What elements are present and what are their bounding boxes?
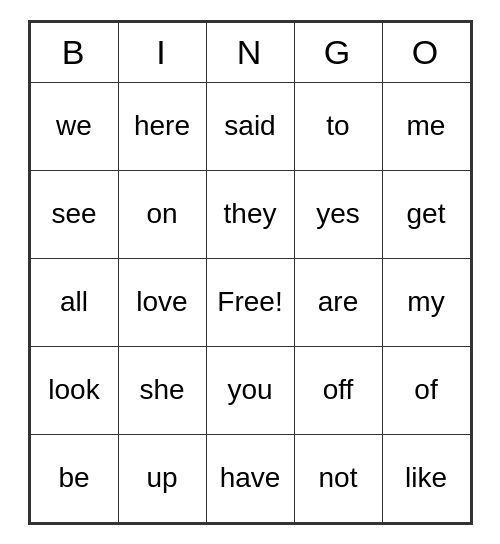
- cell-r1-c3: yes: [294, 170, 382, 258]
- cell-r4-c1: up: [118, 434, 206, 522]
- cell-r4-c4: like: [382, 434, 470, 522]
- table-row: weheresaidtome: [30, 82, 470, 170]
- cell-r4-c0: be: [30, 434, 118, 522]
- header-cell-i: I: [118, 22, 206, 82]
- bingo-table: BINGO weheresaidtomeseeontheyyesgetalllo…: [30, 22, 471, 523]
- cell-r3-c3: off: [294, 346, 382, 434]
- table-row: beuphavenotlike: [30, 434, 470, 522]
- cell-r2-c1: love: [118, 258, 206, 346]
- cell-r3-c0: look: [30, 346, 118, 434]
- cell-r0-c4: me: [382, 82, 470, 170]
- table-row: seeontheyyesget: [30, 170, 470, 258]
- cell-r4-c3: not: [294, 434, 382, 522]
- cell-r1-c2: they: [206, 170, 294, 258]
- cell-r1-c4: get: [382, 170, 470, 258]
- cell-r0-c0: we: [30, 82, 118, 170]
- cell-r1-c1: on: [118, 170, 206, 258]
- cell-r3-c2: you: [206, 346, 294, 434]
- table-row: looksheyouoffof: [30, 346, 470, 434]
- cell-r2-c0: all: [30, 258, 118, 346]
- header-row: BINGO: [30, 22, 470, 82]
- cell-r4-c2: have: [206, 434, 294, 522]
- cell-r2-c2: Free!: [206, 258, 294, 346]
- header-cell-g: G: [294, 22, 382, 82]
- cell-r3-c1: she: [118, 346, 206, 434]
- header-cell-n: N: [206, 22, 294, 82]
- cell-r1-c0: see: [30, 170, 118, 258]
- cell-r3-c4: of: [382, 346, 470, 434]
- cell-r2-c4: my: [382, 258, 470, 346]
- cell-r2-c3: are: [294, 258, 382, 346]
- cell-r0-c2: said: [206, 82, 294, 170]
- table-row: allloveFree!aremy: [30, 258, 470, 346]
- cell-r0-c1: here: [118, 82, 206, 170]
- header-cell-o: O: [382, 22, 470, 82]
- header-cell-b: B: [30, 22, 118, 82]
- bingo-card: BINGO weheresaidtomeseeontheyyesgetalllo…: [28, 20, 473, 525]
- cell-r0-c3: to: [294, 82, 382, 170]
